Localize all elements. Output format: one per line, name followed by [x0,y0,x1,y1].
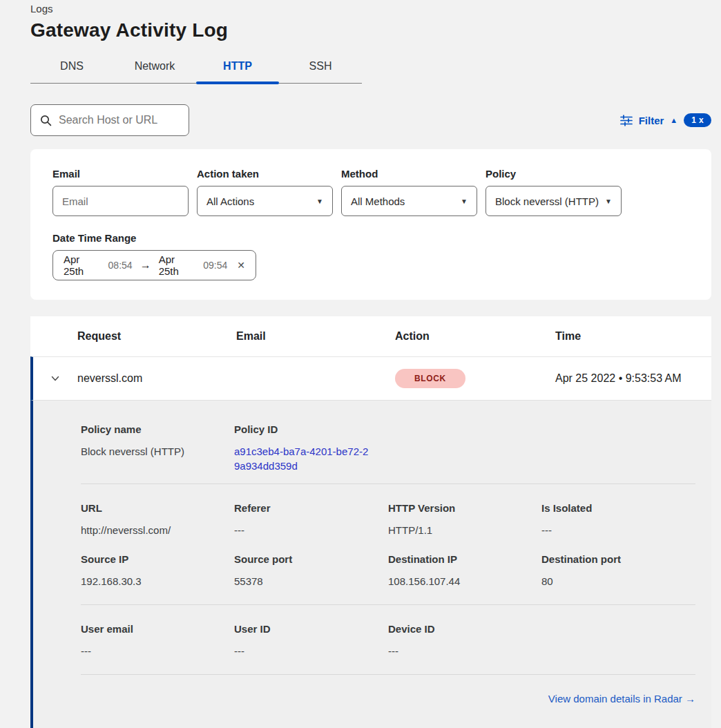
divider [81,604,695,605]
row-request: neverssl.com [77,372,236,385]
table-row[interactable]: neverssl.com BLOCK Apr 25 2022 • 9:53:53… [30,356,711,400]
radar-details-link[interactable]: View domain details in Radar → [548,693,695,705]
end-time[interactable]: 09:54 [203,260,227,271]
policy-select[interactable]: Block neverssl (HTTP) ▼ [486,186,622,216]
log-type-tabs: DNS Network HTTP SSH [30,53,362,84]
email-filter-input[interactable] [62,195,179,207]
detail-http-version: HTTP Version HTTP/1.1 [388,502,541,537]
action-taken-label: Action taken [197,168,333,180]
tab-http[interactable]: HTTP [196,53,279,83]
search-filter-row: Filter ▲ 1 x [30,104,711,136]
arrow-right-icon: → [140,259,151,271]
col-email: Email [236,330,395,343]
filter-controls: Filter ▲ 1 x [620,113,711,127]
filter-field-email: Email [52,168,189,216]
policy-label: Policy [486,168,622,180]
detail-url: URL http://neverssl.com/ [81,502,234,537]
filter-field-method: Method All Methods ▼ [341,168,477,216]
end-date[interactable]: Apr 25th [159,253,196,277]
breadcrumb: Logs [30,0,721,15]
detail-policy-id: Policy ID a91c3eb4-ba7a-4201-be72-29a934… [234,423,388,473]
tab-dns[interactable]: DNS [30,53,113,83]
detail-device-id: Device ID --- [388,623,541,658]
tab-network[interactable]: Network [113,53,196,83]
active-tab-indicator [196,82,279,84]
detail-destination-port: Destination port 80 [541,553,695,588]
email-filter-input-wrap[interactable] [52,186,189,216]
detail-policy-name: Policy name Block neverssl (HTTP) [81,423,234,473]
detail-user-email: User email --- [81,623,234,658]
col-action: Action [395,330,555,343]
policy-value: Block neverssl (HTTP) [495,195,599,207]
chevron-down-icon: ▼ [605,198,612,205]
start-date[interactable]: Apr 25th [64,253,101,277]
method-label: Method [341,168,477,180]
date-range-label: Date Time Range [52,232,689,244]
detail-is-isolated: Is Isolated --- [541,502,695,537]
page-header: Logs Gateway Activity Log DNS Network HT… [0,0,721,84]
policy-id-link[interactable]: a91c3eb4-ba7a-4201-be72-29a934dd359d [234,444,372,473]
filter-panel: Email Action taken All Actions ▼ Method … [30,149,711,300]
chevron-down-icon: ▼ [316,198,323,205]
col-request: Request [77,330,236,343]
filter-field-action-taken: Action taken All Actions ▼ [197,168,333,216]
col-time: Time [555,330,711,343]
activity-log-table: Request Email Action Time neverssl.com B… [30,316,711,728]
chevron-down-icon: ▼ [461,198,468,205]
filter-toggle-button[interactable]: Filter [639,115,664,126]
search-box[interactable] [30,104,189,136]
detail-referer: Referer --- [234,502,388,537]
date-range-picker[interactable]: Apr 25th 08:54 → Apr 25th 09:54 ✕ [52,250,256,280]
email-filter-label: Email [52,168,189,180]
status-badge: BLOCK [395,369,465,388]
divider [81,674,695,675]
filter-field-policy: Policy Block neverssl (HTTP) ▼ [486,168,622,216]
table-header: Request Email Action Time [30,316,711,356]
divider [81,483,695,484]
tab-ssh[interactable]: SSH [279,53,362,83]
search-input[interactable] [59,114,180,126]
detail-source-port: Source port 55378 [234,553,388,588]
method-value: All Methods [351,195,405,207]
filter-field-date-range: Date Time Range Apr 25th 08:54 → Apr 25t… [52,232,689,280]
row-details-panel: Policy name Block neverssl (HTTP) Policy… [30,400,711,728]
row-time: Apr 25 2022 • 9:53:53 AM [555,372,711,385]
start-time[interactable]: 08:54 [108,260,133,271]
action-taken-select[interactable]: All Actions ▼ [197,186,333,216]
detail-user-id: User ID --- [234,623,388,658]
page-title: Gateway Activity Log [30,19,721,41]
method-select[interactable]: All Methods ▼ [341,186,477,216]
expand-chevron-icon[interactable] [33,373,77,384]
action-taken-value: All Actions [206,195,254,207]
caret-up-icon[interactable]: ▲ [670,116,677,124]
detail-destination-ip: Destination IP 108.156.107.44 [388,553,541,588]
filter-sliders-icon [620,115,633,126]
detail-source-ip: Source IP 192.168.30.3 [81,553,234,588]
filter-count-badge[interactable]: 1 x [684,113,711,127]
search-icon [40,115,52,126]
clear-date-range-icon[interactable]: ✕ [237,260,245,271]
